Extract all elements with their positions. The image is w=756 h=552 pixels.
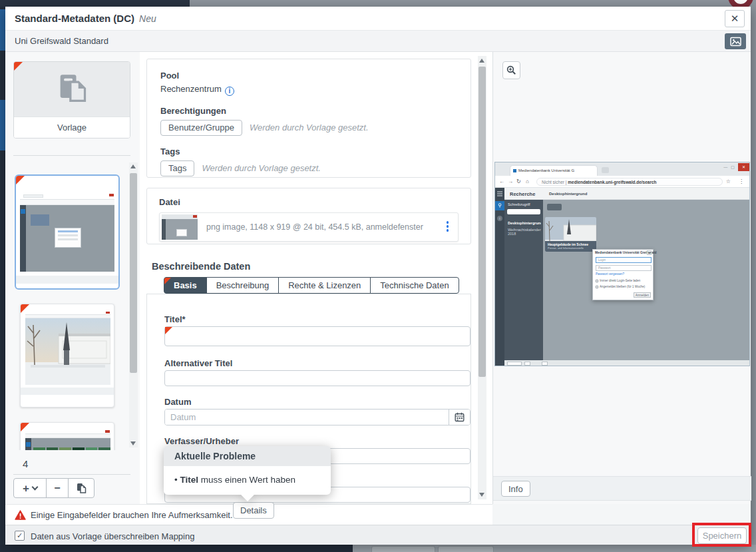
preview-image[interactable]: Mediendatenbank Universität G — ▢ ✕ ← → …: [494, 162, 750, 366]
asset-thumbnail-1-selected[interactable]: [15, 174, 120, 290]
pv-option-1: Immer direkt Login-Seite laden: [596, 279, 640, 282]
pool-label: Pool: [160, 71, 457, 81]
sidebar: Vorlage: [5, 52, 140, 504]
mini-browser-chrome: [25, 429, 110, 434]
background-rail-highlight-1: [0, 9, 5, 51]
asset-thumbnail-3[interactable]: [20, 422, 114, 450]
background-header-dark: [0, 0, 190, 7]
pv-submit-button: Anmelden: [634, 292, 651, 298]
dialog-titlebar: Standard-Metadaten (DC)Neu ✕: [5, 7, 751, 31]
tags-label: Tags: [160, 146, 457, 156]
pv-breadcrumb: Desktophintergrund: [543, 188, 749, 200]
mini-green-tiles: [33, 447, 110, 450]
pv-security-label: Nicht sicher: [542, 180, 564, 184]
override-mapping-checkbox[interactable]: ✓: [15, 531, 25, 541]
problems-tooltip: Aktuelle Probleme • Titel muss einen Wer…: [164, 446, 331, 495]
save-button[interactable]: Speichern: [697, 527, 747, 544]
bullet: •: [174, 475, 178, 485]
date-input[interactable]: [165, 410, 449, 425]
pv-password-field: Passwort: [596, 265, 652, 271]
mini-input: [58, 234, 78, 236]
asset-thumbnail-2[interactable]: [20, 304, 114, 408]
mini-photo: [31, 214, 49, 226]
warning-text: Einige Eingabefelder brauchen Ihre Aufme…: [31, 510, 233, 520]
pv-forward-icon: →: [508, 178, 513, 184]
mini-browser-tab: [23, 194, 43, 198]
permissions-button[interactable]: Benutzer/Gruppe: [160, 120, 242, 136]
file-info: png image, 1148 x 919 @ 24 bit, 454.5 kB…: [206, 222, 423, 232]
tags-hint: Werden durch Vorlage gesetzt.: [202, 163, 321, 173]
pv-app-sidebar: Schreibzugriff Desktophintergrund Weihna…: [504, 200, 543, 360]
title-label: Titel*: [164, 314, 471, 324]
pv-sidebar-search: [507, 209, 540, 214]
pv-option-2: Angemeldet bleiben (für 1 Woche): [596, 285, 645, 288]
pv-folder-other: Weihnachtskalender 2018: [508, 228, 540, 236]
scroll-down-arrow[interactable]: [479, 493, 484, 497]
pv-browser-navbar: ← → ↻ ⌂ Nicht sicher | mediendatenbank.u…: [495, 176, 749, 188]
section-heading: Beschreibende Daten: [152, 261, 250, 272]
tags-button[interactable]: Tags: [160, 160, 194, 176]
mini-browser-chrome: [162, 214, 198, 219]
tab-technische-daten[interactable]: Technische Daten: [370, 277, 459, 294]
tab-rechte-lizenzen[interactable]: Rechte & Lizenzen: [278, 277, 371, 294]
sidebar-divider-bottom: [13, 474, 130, 475]
mini-browser-chrome: [20, 193, 114, 200]
zoom-button[interactable]: [502, 61, 520, 79]
mini-input: [58, 230, 78, 232]
template-label: Vorlage: [14, 117, 130, 138]
profile-name: Uni Greifswald Standard: [15, 36, 108, 46]
form-scrollbar: [478, 56, 486, 499]
pv-minimize-icon: —: [723, 165, 727, 169]
remove-asset-button[interactable]: −: [46, 478, 69, 498]
template-card[interactable]: Vorlage: [13, 61, 130, 138]
asset-list-scrollbar: [129, 162, 138, 447]
kebab-menu-icon[interactable]: [445, 220, 451, 233]
asset-toolbar: + −: [13, 478, 94, 498]
metadata-form: Pool Rechenzentrumi Berechtigungen Benut…: [140, 52, 492, 504]
tab-label: Rechte & Lizenzen: [288, 280, 361, 290]
alt-title-input[interactable]: [164, 370, 471, 386]
scroll-up-arrow[interactable]: [130, 164, 136, 168]
scrollbar-thumb[interactable]: [478, 67, 486, 377]
pv-view-select: [547, 204, 562, 210]
file-thumbnail[interactable]: [162, 214, 198, 240]
title-input[interactable]: [164, 326, 471, 346]
asset-1-preview: [20, 193, 114, 272]
metadata-tabs: Basis Beschreibung Rechte & Lizenzen Tec…: [164, 277, 459, 294]
scroll-up-arrow[interactable]: [479, 59, 484, 63]
tab-label: Beschreibung: [216, 280, 270, 290]
file-label: Datei: [159, 197, 459, 207]
mini-browser-content: [25, 438, 110, 450]
mini-browser-navbar: [20, 200, 114, 205]
pv-menu-icon: ⋮: [739, 178, 744, 184]
details-button[interactable]: Details: [233, 502, 274, 519]
add-asset-button[interactable]: +: [13, 478, 47, 498]
image-view-button[interactable]: [725, 33, 746, 49]
permissions-hint: Werden durch Vorlage gesetzt.: [250, 123, 369, 133]
calendar-button[interactable]: [449, 410, 470, 425]
pool-permissions-card: Pool Rechenzentrumi Berechtigungen Benut…: [146, 59, 471, 178]
pool-value: Rechenzentrum: [160, 84, 222, 94]
pv-app-rail: ⚲ i: [495, 188, 504, 366]
minus-icon: −: [54, 483, 60, 493]
tab-beschreibung[interactable]: Beschreibung: [206, 277, 280, 294]
info-icon[interactable]: i: [225, 87, 234, 96]
asset-2-preview: [25, 311, 110, 385]
pv-new-tab-button: [602, 167, 609, 173]
pv-info-icon: i: [497, 216, 502, 221]
info-button[interactable]: Info: [501, 481, 530, 497]
copy-icon: [77, 483, 87, 493]
scrollbar-thumb[interactable]: [130, 173, 137, 373]
scroll-down-arrow[interactable]: [130, 441, 136, 445]
close-button[interactable]: ✕: [725, 10, 745, 27]
tab-basis[interactable]: Basis: [164, 277, 207, 294]
asset-2-footer-band: [21, 388, 114, 395]
mini-browser-content: [20, 205, 114, 272]
calendar-icon: [455, 412, 465, 422]
mini-close-icon: [106, 312, 110, 314]
duplicate-asset-button[interactable]: [68, 478, 94, 498]
alt-title-label: Alternativer Titel: [164, 358, 471, 368]
pv-photo-caption: Hauptgebäude im Schnee Presse- und Infor…: [545, 241, 596, 252]
mini-search-icon: [26, 442, 31, 447]
pv-star-icon: ☆: [726, 178, 731, 184]
